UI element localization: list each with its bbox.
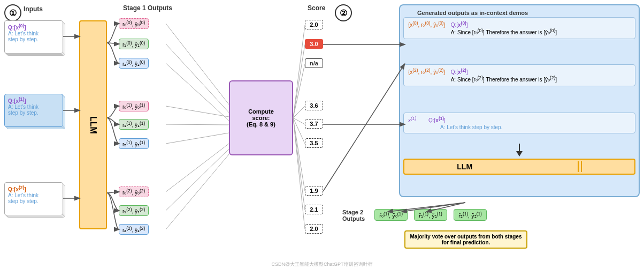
input-card-0: Q:[x(0)] A: Let's thinkstep by step.	[4, 20, 63, 54]
svg-line-12	[166, 149, 229, 211]
svg-line-9	[166, 124, 229, 125]
stage2-circle: ②	[335, 4, 352, 21]
svg-line-17	[293, 106, 305, 118]
score-badge-0-0: 2.0	[305, 20, 323, 29]
stage2-chip-1: r̃₁(1), ỹ₁(1)	[414, 209, 447, 221]
svg-line-10	[166, 133, 229, 144]
output-chip-0-2: r₂(0), ŷ₂(0)	[119, 58, 149, 69]
stage2-chip-0: r̃₀(1), ỹ₀(1)	[374, 209, 408, 221]
stage2-chip-2: r̃₂(1), ỹ₂(1)	[454, 209, 487, 221]
svg-line-16	[293, 64, 305, 118]
demo-card-1: {x(0), r₀(0), ŷ₀(0)} Q:[x(0)] A: Since […	[403, 17, 635, 39]
svg-line-20	[293, 118, 305, 191]
svg-line-6	[166, 44, 229, 113]
stage1-outputs-title: Stage 1 Outputs	[123, 4, 172, 12]
svg-line-8	[166, 106, 229, 117]
output-chip-1-1: r₁(1), ŷ₁(1)	[119, 119, 149, 130]
score-badge-1-1: 3.7	[305, 119, 323, 129]
output-chip-2-0: r₀(2), ŷ₀(2)	[119, 186, 149, 197]
llm-box-main: LLM	[79, 20, 107, 229]
svg-line-15	[293, 44, 305, 118]
stage1-circle: ①	[4, 4, 21, 21]
score-badge-0-2: n/a	[305, 58, 323, 68]
svg-line-13	[166, 154, 229, 229]
score-badge-1-2: 3.5	[305, 138, 323, 148]
output-chip-2-2: r₂(2), ŷ₂(2)	[119, 224, 149, 235]
majority-vote-box: Majority vote over outputs from both sta…	[404, 230, 527, 249]
score-badge-2-0: 1.9	[305, 186, 323, 196]
svg-line-25	[323, 64, 404, 191]
output-chip-2-1: r₁(2), ŷ₁(2)	[119, 205, 149, 216]
test-card: x(1) Q:[x(1)] A: Let's think step by ste…	[403, 113, 635, 133]
demo-card-2: {x(2), r₀(2), ŷ₀(2)} Q:[x(2)] A: Since […	[403, 64, 635, 86]
svg-line-5	[166, 24, 229, 104]
llm-box-bottom: LLM	[403, 159, 635, 175]
output-chip-0-0: r₀(0), ŷ₀(0)	[119, 18, 149, 29]
score-badge-0-1: 3.0	[305, 39, 323, 49]
right-panel-arrow	[514, 144, 525, 156]
diagram-container: ① Inputs Q:[x(0)] A: Let's thinkstep by …	[0, 0, 644, 269]
svg-line-22	[293, 118, 305, 229]
output-chip-1-0: r₀(1), ŷ₀(1)	[119, 101, 149, 111]
stage2-output-chips: r̃₀(1), ỹ₀(1) r̃₁(1), ỹ₁(1) r̃₂(1), ỹ₂(1…	[374, 209, 487, 221]
svg-line-18	[293, 118, 305, 124]
svg-line-21	[293, 118, 305, 210]
svg-line-14	[293, 25, 305, 118]
score-title: Score	[308, 4, 325, 12]
score-badge-2-2: 2.0	[305, 224, 323, 234]
compute-score-box: Computescore:(Eq. 8 & 9)	[229, 80, 293, 155]
input-card-1: Q:[x(1)] A: Let's thinkstep by step.	[4, 94, 63, 127]
score-badge-1-0: 3.6	[305, 101, 323, 110]
output-chip-0-1: r₁(0), ŷ₁(0)	[119, 39, 149, 49]
right-panel: Generated outputs as in-context demos {x…	[399, 4, 640, 197]
inputs-title: Inputs	[24, 5, 43, 13]
svg-line-19	[293, 118, 305, 144]
input-card-2: Q:[x(2)] A: Let's thinkstep by step.	[4, 182, 63, 215]
svg-line-11	[166, 144, 229, 192]
stage2-title: Generated outputs as in-context demos	[417, 10, 644, 16]
svg-line-7	[166, 63, 229, 121]
svg-marker-1	[516, 151, 523, 156]
stage2-outputs-title: Stage 2Outputs	[342, 209, 365, 222]
output-chip-1-2: r₂(1), ŷ₂(1)	[119, 138, 149, 149]
score-badge-2-1: 2.1	[305, 205, 323, 214]
watermark: CSDN@大王智能大模型ChatGPT培训咨询叶梓	[271, 261, 372, 268]
